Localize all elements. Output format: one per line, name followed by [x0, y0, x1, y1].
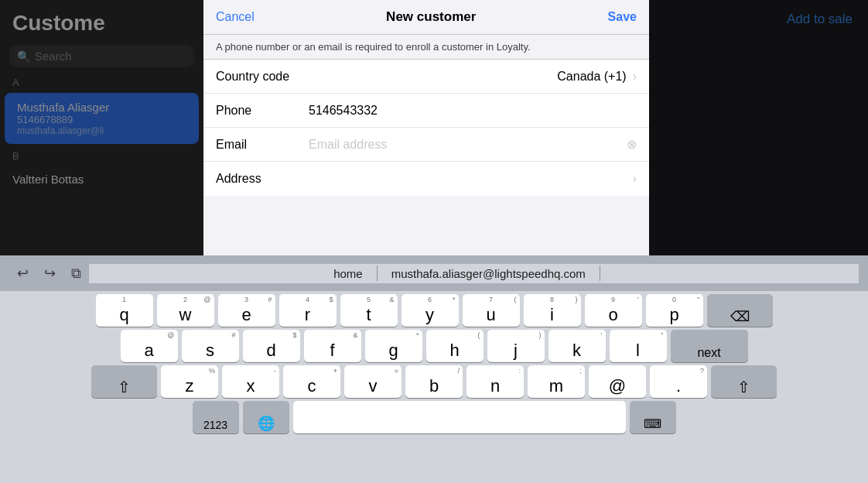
- modal-title: New customer: [386, 9, 476, 25]
- shift-right-key[interactable]: ⇧: [711, 365, 777, 398]
- key-y[interactable]: 6*y: [402, 294, 459, 327]
- delete-key[interactable]: ⌫: [707, 294, 773, 327]
- key-g[interactable]: *g: [365, 330, 422, 362]
- key-x[interactable]: -x: [222, 365, 279, 398]
- modal-cancel-button[interactable]: Cancel: [216, 10, 255, 24]
- key-a[interactable]: @a: [121, 330, 178, 362]
- autocomplete-left[interactable]: home: [326, 264, 371, 283]
- phone-value[interactable]: 5146543332: [309, 104, 637, 118]
- keyboard-rows: 1q 2@w 3#e 4$r 5&t 6*y 7(u 8)i 9'o 0"p ⌫…: [0, 291, 868, 483]
- autocomplete-right[interactable]: [607, 270, 622, 276]
- undo-button[interactable]: ↩: [9, 262, 36, 285]
- address-label: Address: [216, 172, 309, 186]
- key-w[interactable]: 2@w: [157, 294, 214, 327]
- paste-button[interactable]: ⧉: [63, 262, 89, 285]
- key-j[interactable]: )j: [487, 330, 545, 362]
- new-customer-modal: Cancel New customer Save A phone number …: [203, 0, 649, 255]
- key-r[interactable]: 4$r: [279, 294, 337, 327]
- address-row[interactable]: Address ›: [203, 162, 649, 196]
- email-row[interactable]: Email Email address ⊗: [203, 128, 649, 162]
- country-code-row[interactable]: Country code Canada (+1) ›: [203, 60, 649, 94]
- form-section: Country code Canada (+1) › Phone 5146543…: [203, 60, 649, 196]
- key-u[interactable]: 7(u: [463, 294, 520, 327]
- keyboard-row-4: 2123 🌐 ⌨: [3, 401, 865, 433]
- autocomplete-divider-left: [377, 265, 378, 281]
- key-z[interactable]: %z: [161, 365, 218, 398]
- modal-header: Cancel New customer Save: [203, 0, 649, 35]
- keyboard-row-2: @a #s $d &f *g (h )j 'k "l next: [3, 330, 865, 362]
- key-i[interactable]: 8)i: [524, 294, 581, 327]
- globe-key[interactable]: 🌐: [243, 401, 289, 433]
- key-period[interactable]: ?.: [650, 365, 707, 398]
- redo-button[interactable]: ↪: [36, 262, 63, 285]
- keyboard-dismiss-key[interactable]: ⌨: [630, 401, 676, 433]
- autocomplete-divider-right: [600, 265, 600, 281]
- keyboard-row-3: ⇧ %z -x +c =v /b :n ;m @ ?. ⇧: [3, 365, 865, 398]
- modal-notice: A phone number or an email is required t…: [203, 35, 649, 60]
- clear-email-button[interactable]: ⊗: [627, 137, 637, 152]
- key-h[interactable]: (h: [426, 330, 484, 362]
- key-l[interactable]: "l: [610, 330, 667, 362]
- key-d[interactable]: $d: [243, 330, 300, 362]
- key-b[interactable]: /b: [405, 365, 463, 398]
- phone-label: Phone: [216, 104, 309, 118]
- modal-save-button[interactable]: Save: [608, 10, 637, 24]
- space-key[interactable]: [293, 401, 626, 433]
- autocomplete-bar: home musthafa.aliasger@lightspeedhq.com: [89, 264, 859, 283]
- keyboard-toolbar: ↩ ↪ ⧉ home musthafa.aliasger@lightspeedh…: [0, 255, 868, 291]
- key-f[interactable]: &f: [304, 330, 361, 362]
- key-m[interactable]: ;m: [528, 365, 585, 398]
- email-label: Email: [216, 138, 309, 152]
- country-code-label: Country code: [216, 70, 309, 84]
- address-chevron-icon: ›: [633, 172, 637, 186]
- key-at[interactable]: @: [589, 365, 646, 398]
- keyboard-area: ↩ ↪ ⧉ home musthafa.aliasger@lightspeedh…: [0, 255, 868, 483]
- autocomplete-center[interactable]: musthafa.aliasger@lightspeedhq.com: [384, 264, 593, 283]
- key-p[interactable]: 0"p: [646, 294, 703, 327]
- shift-left-key[interactable]: ⇧: [91, 365, 157, 398]
- key-n[interactable]: :n: [466, 365, 524, 398]
- keyboard-row-1: 1q 2@w 3#e 4$r 5&t 6*y 7(u 8)i 9'o 0"p ⌫: [3, 294, 865, 327]
- chevron-right-icon: ›: [633, 70, 637, 84]
- numbers-key[interactable]: 2123: [193, 401, 239, 433]
- key-c[interactable]: +c: [283, 365, 340, 398]
- key-q[interactable]: 1q: [96, 294, 153, 327]
- key-k[interactable]: 'k: [548, 330, 606, 362]
- key-s[interactable]: #s: [182, 330, 239, 362]
- key-e[interactable]: 3#e: [218, 294, 275, 327]
- phone-row[interactable]: Phone 5146543332: [203, 94, 649, 128]
- key-v[interactable]: =v: [344, 365, 402, 398]
- next-key[interactable]: next: [671, 330, 748, 362]
- key-t[interactable]: 5&t: [340, 294, 398, 327]
- country-code-value: Canada (+1): [309, 70, 627, 84]
- email-placeholder[interactable]: Email address: [309, 138, 620, 152]
- key-o[interactable]: 9'o: [585, 294, 642, 327]
